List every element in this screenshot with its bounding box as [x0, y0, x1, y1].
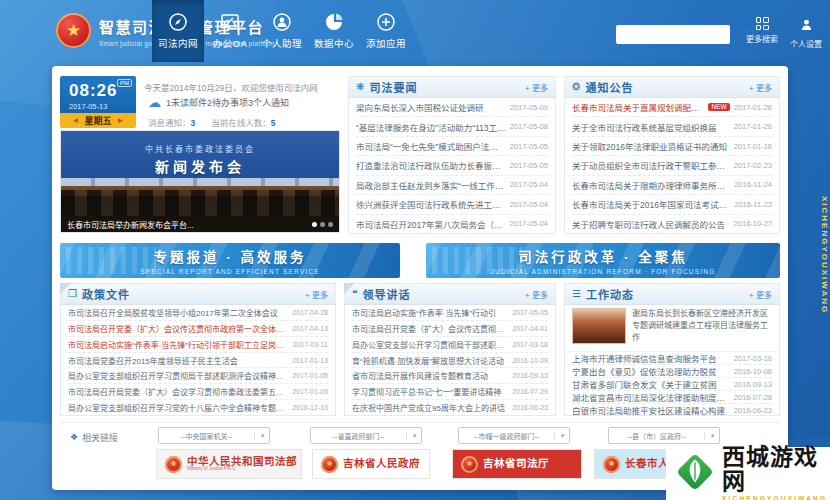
photo-backdrop-title: 新闻发布会 [61, 156, 339, 176]
more-link[interactable]: + 更多 [525, 82, 548, 93]
list-item[interactable]: 市司法局召开2017年第八次局务会（扩大） 2017-05-04 [356, 215, 548, 233]
chevron-down-icon: ▾ [406, 432, 421, 440]
link-select[interactable]: --市辖一级政府部门-- ▾ [458, 427, 570, 444]
item-date: 2016-10-08 [734, 367, 772, 376]
list-item[interactable]: 关于招聘专职司法行政人民调解员的公告 2016-10-27 [572, 215, 772, 233]
search-box [616, 25, 730, 44]
list-item[interactable]: 市司法局党委召开2015年度领导班子民主生活会 2017-01-13 [68, 353, 328, 369]
item-date: 2016-12-13 [292, 404, 328, 411]
list-item[interactable]: 打造重法治司法行政队伍助力长春振兴发展 2017-05-05 [356, 156, 548, 175]
panel-leader-speeches: ❝ 领导讲话 + 更多 市司法局启动实施“作表率·当先锋”行动引 2017-05… [344, 283, 556, 416]
work-list: 上海市开通律师诚信信息查询服务平台 2017-03-16 宁夏出台《意见》促依法… [565, 352, 779, 416]
nav-item-data-center[interactable]: 数据中心 [308, 0, 360, 62]
item-title: 白银市司法局助推平安社区建设精心构建 [572, 404, 730, 416]
list-item[interactable]: 长春市司法局关于2016年国家司法考试法律职 2016-11-23 [572, 195, 772, 214]
todo-text[interactable]: 1未读邮件2待办事项3个人通知 [166, 96, 289, 109]
nav-item-office-oa[interactable]: 办公OA [204, 0, 256, 62]
item-title: 长春市司法局关于2016年国家司法考试法律职 [572, 198, 730, 210]
list-item[interactable]: “基层法律服务在身边”活动助力“113工程” 2017-05-08 [356, 117, 548, 136]
link-select[interactable]: --县（市）区政府-- ▾ [608, 427, 720, 444]
list-item[interactable]: 关于全市司法行政系统基层党组织换届 2017-01-26 [572, 117, 772, 136]
banner-special-report[interactable]: 专题报道 · 高效服务 SPECIAL REPORT AND EFFICIENT… [60, 243, 400, 278]
link-select[interactable]: --省直政府部门-- ▾ [310, 427, 422, 444]
personal-settings-button[interactable]: 个人设置 [784, 17, 828, 49]
status-counts: 消息通知：3 当前在线人数：5 [148, 116, 276, 128]
panel-title: 领导讲话 [362, 286, 410, 302]
list-item[interactable]: 局办公室党支部组织召开学习党的十八届六中全会精神专题会议 2016-12-13 [68, 400, 328, 415]
item-title: “基层法律服务在身边”活动助力“113工程” [356, 121, 506, 133]
list-item[interactable]: 育“抢抓机遇·加快发展”解放思想大讨论活动 2016-10-09 [352, 353, 548, 369]
grid-icon [756, 17, 769, 30]
carousel-dots[interactable] [312, 222, 333, 227]
item-date: 2017-01-05 [292, 372, 328, 379]
list-item[interactable]: 市司法局召开局党委（扩大）会议学习贯彻市委政法委第五次会 2017-01-03 [68, 384, 328, 400]
list-item[interactable]: 市司法局召开党委（扩大）会议传达贯彻市政府第一次全体会议精神 2017-04-1… [68, 321, 328, 337]
list-item[interactable]: 关于领取2016年法律职业资格证书的通知 2017-01-16 [572, 137, 772, 156]
item-title: 市司法局召开局党委（扩大）会议学习贯彻市委政法委第五次会 [68, 386, 288, 397]
list-item[interactable]: 上海市开通律师诚信信息查询服务平台 2017-03-16 [572, 352, 772, 365]
featured-text: 谢局东局长到长春新区空港经济开发区专题调研城建重点工程项目法律服务工作 [632, 308, 772, 348]
list-item[interactable]: 市司法局启动实施“作表率·当先锋”行动引领干部职工立足岗位做贡献 2017-03… [68, 337, 328, 353]
emblem-icon: ★ [461, 456, 478, 473]
panel-judicial-news: ❋ 司法要闻 + 更多 梁向东局长深入市国税公证处调研 2017-05-09 “… [348, 76, 556, 234]
nav-item-intranet[interactable]: 司法内网 [152, 0, 204, 62]
list-item[interactable]: 市司法局“一免七先免”模式助困户法律援助 2017-05-05 [356, 137, 548, 156]
list-item[interactable]: 白银市司法局助推平安社区建设精心构建 2016-06-23 [572, 404, 772, 416]
list-item[interactable]: 市司法局启动实施“作表率·当先锋”行动引 2017-05-05 [352, 305, 548, 321]
item-date: 2017-03-11 [293, 341, 328, 348]
news-carousel[interactable]: 中共长春市委政法委员会 新闻发布会 长春市司法局举办新闻发布会平台... [60, 130, 340, 233]
partner-logo[interactable]: ★ 中华人民共和国司法部 Ministry of Justice P.R.C [156, 449, 302, 479]
item-title: 省市司法局开展作风建设专题教育活动 [352, 370, 508, 381]
more-link[interactable]: + 更多 [749, 289, 772, 300]
more-search-button[interactable]: 更多搜索 [740, 17, 784, 44]
prev-arrow[interactable]: ◄ [67, 116, 85, 125]
banner-judicial-reform[interactable]: 司法行政改革 · 全聚焦 JUDICIAL ADMINISTRATION REF… [426, 243, 780, 278]
item-title: 宁夏出台《意见》促依法治理助力脱贫 [572, 365, 730, 377]
list-item[interactable]: 长春市司法局关于直属规划调配布告 NEW 2017-01-26 [572, 98, 772, 117]
link-select[interactable]: --中央国家机关-- ▾ [158, 427, 270, 444]
partner-logo[interactable]: ★ 吉林省人民政府 [312, 449, 430, 479]
partner-name-en: Ministry of Justice P.R.C [187, 467, 297, 472]
nav-item-personal-assistant[interactable]: 个人助理 [256, 0, 308, 62]
more-link[interactable]: + 更多 [525, 289, 548, 300]
work-featured-item[interactable]: 谢局东局长到长春新区空港经济开发区专题调研城建重点工程项目法律服务工作 [565, 305, 779, 352]
list-item[interactable]: 甘肃省多部门联合发文《关于建立贫困 2016-09-13 [572, 378, 772, 391]
item-title: 湖北省宜昌市司法局深化法律援助制度改革 [572, 391, 730, 403]
item-date: 2017-05-08 [510, 122, 548, 131]
list-item[interactable]: 省市司法局开展作风建设专题教育活动 2016-09-13 [352, 368, 548, 384]
more-link[interactable]: + 更多 [305, 289, 328, 300]
item-date: 2017-05-09 [510, 103, 548, 112]
item-title: 市司法局启动实施“作表率·当先锋”行动引领干部职工立足岗位做贡献 [68, 339, 289, 350]
item-date: 2017-05-05 [510, 161, 548, 170]
item-title: 市司法局召开2017年第八次局务会（扩大） [356, 218, 506, 230]
user-icon [800, 17, 813, 35]
list-item[interactable]: 局办公室党支部公开学习贯彻局干部述职测评 2017-03-18 [352, 337, 548, 353]
list-item[interactable]: 市司法局召开全局脱贫攻坚领导小组2017年第二次全体会议 2017-04-28 [68, 305, 328, 321]
carousel-caption: 长春市司法局举办新闻发布会平台... [61, 216, 339, 232]
partner-logo[interactable]: ★ 吉林省司法厅 [452, 449, 582, 479]
next-arrow[interactable]: ► [112, 116, 130, 125]
list-item[interactable]: 梁向东局长深入市国税公证处调研 2017-05-09 [356, 98, 548, 117]
item-title: 在庆祝中国共产党成立95周年大会上的讲话 [352, 402, 508, 413]
list-item[interactable]: 局办公室党支部组织召开学习贯彻局干部述职测评会议精神专题会议 2017-01-0… [68, 368, 328, 384]
more-link[interactable]: + 更多 [749, 82, 772, 93]
list-item[interactable]: 市司法局召开党委（扩大）会议传达贯彻市政 2017-04-01 [352, 321, 548, 337]
watermark-vertical-text: XICHENGYOUXIWANG [820, 196, 829, 314]
list-item[interactable]: 徐兴洲获评全国司法行政系统先进工作者称号 2017-05-04 [356, 195, 548, 214]
item-title: 长春市司法局关于直属规划调配布告 [572, 101, 704, 113]
search-input[interactable] [616, 27, 741, 42]
list-item[interactable]: 学习贯彻习近平总书记“七一”重要讲话精神 2016-07-29 [352, 384, 548, 400]
clipboard-icon: ☰ [572, 289, 581, 299]
list-item[interactable]: 湖北省宜昌市司法局深化法律援助制度改革 2016-07-28 [572, 391, 772, 404]
list-item[interactable]: 在庆祝中国共产党成立95周年大会上的讲话 2016-06-23 [352, 400, 548, 415]
item-date: 2016-09-13 [512, 372, 548, 379]
list-item[interactable]: 关于动员组织全市司法行政干警职工参加国家 2017-02-23 [572, 156, 772, 175]
list-item[interactable]: 宁夏出台《意见》促依法治理助力脱贫 2016-10-08 [572, 365, 772, 378]
item-title: 徐兴洲获评全国司法行政系统先进工作者称号 [356, 198, 506, 210]
item-title: 局办公室党支部组织召开学习党的十八届六中全会精神专题会议 [68, 402, 288, 413]
list-item[interactable]: 局政治部主任赵龙到乡落实“一线工作日” 2017-05-04 [356, 176, 548, 195]
nav-item-add-app[interactable]: 添加应用 [360, 0, 412, 62]
panel-header: ❝ 领导讲话 + 更多 [345, 284, 555, 305]
item-title: 长春市司法局关于限期办理律师事务所年检验 [572, 179, 730, 191]
list-item[interactable]: 长春市司法局关于限期办理律师事务所年检验 2016-11-24 [572, 176, 772, 195]
